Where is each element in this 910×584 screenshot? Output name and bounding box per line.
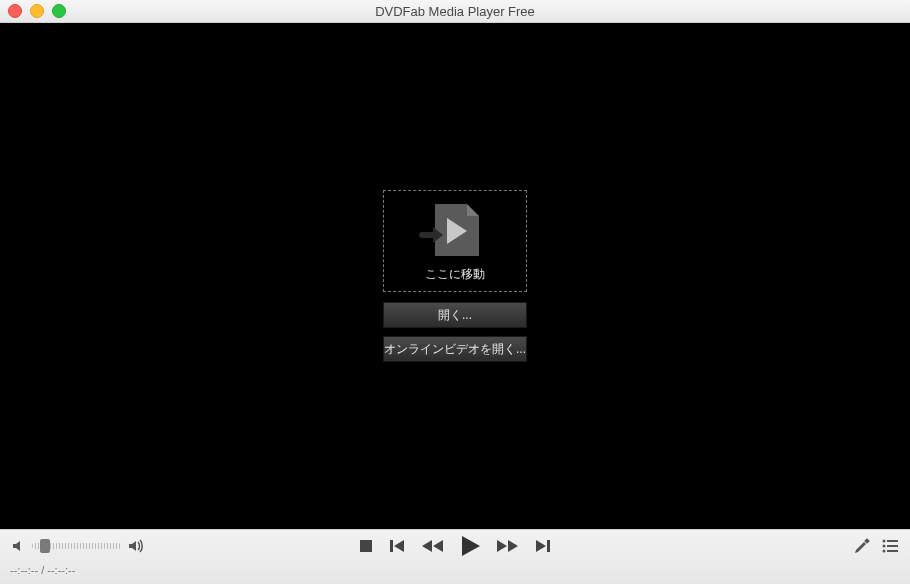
minimize-window-button[interactable]: [30, 4, 44, 18]
next-button[interactable]: [535, 539, 551, 553]
svg-point-8: [883, 550, 886, 553]
svg-rect-7: [887, 545, 898, 547]
svg-point-6: [883, 545, 886, 548]
settings-button[interactable]: [854, 538, 870, 554]
play-button[interactable]: [459, 535, 481, 557]
drop-zone-graphic: [425, 204, 485, 260]
playlist-button[interactable]: [882, 539, 898, 553]
svg-rect-1: [390, 540, 393, 552]
close-window-button[interactable]: [8, 4, 22, 18]
zoom-window-button[interactable]: [52, 4, 66, 18]
window-title: DVDFab Media Player Free: [0, 4, 910, 19]
svg-rect-5: [887, 540, 898, 542]
arrow-icon: [419, 230, 443, 240]
svg-rect-3: [864, 538, 870, 544]
svg-rect-9: [887, 550, 898, 552]
welcome-panel: ここに移動 開く... オンラインビデオを開く...: [383, 190, 527, 362]
open-file-button[interactable]: 開く...: [383, 302, 527, 328]
play-icon: [447, 218, 467, 244]
svg-rect-0: [360, 540, 372, 552]
rewind-button[interactable]: [421, 539, 443, 553]
open-online-video-button[interactable]: オンラインビデオを開く...: [383, 336, 527, 362]
window-controls: [0, 4, 66, 18]
svg-point-4: [883, 540, 886, 543]
time-display: --:--:-- / --:--:--: [0, 562, 910, 578]
previous-button[interactable]: [389, 539, 405, 553]
transport-controls: [0, 530, 910, 562]
fast-forward-button[interactable]: [497, 539, 519, 553]
title-bar: DVDFab Media Player Free: [0, 0, 910, 23]
drop-zone-label: ここに移動: [425, 266, 485, 283]
control-bar: --:--:-- / --:--:--: [0, 529, 910, 584]
drop-zone[interactable]: ここに移動: [383, 190, 527, 292]
video-stage: ここに移動 開く... オンラインビデオを開く...: [0, 23, 910, 529]
svg-rect-2: [547, 540, 550, 552]
stop-button[interactable]: [359, 539, 373, 553]
